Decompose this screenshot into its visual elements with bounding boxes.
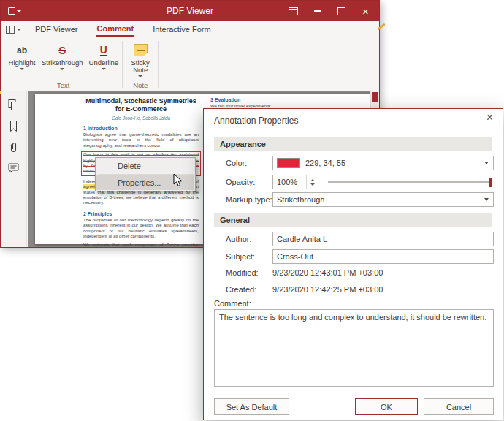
bookmarks-icon[interactable] — [6, 118, 22, 133]
group-separator — [158, 41, 159, 88]
chevron-down-icon — [60, 68, 64, 70]
highlight-icon: ab — [17, 41, 27, 59]
chevron-down-icon — [484, 162, 489, 164]
dialog-close-icon[interactable]: × — [486, 112, 493, 124]
set-as-default-button[interactable]: Set As Default — [214, 398, 289, 415]
strikethrough-button[interactable]: S Strikethrough — [39, 39, 86, 80]
author-row: Author: — [204, 232, 503, 246]
paragraph: Biologists agree that game-theoretic mod… — [83, 132, 199, 148]
markup-type-dropdown[interactable]: Strikethrough — [272, 192, 494, 207]
titlebar: PDF Viewer × — [1, 1, 379, 21]
window-controls: × — [281, 1, 378, 21]
ribbon-body: ab Highlight S Strikethrough U — [1, 37, 379, 91]
tab-interactive-form[interactable]: Interactive Form — [143, 21, 220, 37]
scrollbar-thumb[interactable] — [372, 92, 378, 102]
color-swatch — [277, 158, 300, 168]
subject-label: Subject: — [226, 249, 255, 264]
button-label: Underline — [89, 59, 119, 67]
button-label: Sticky Note — [128, 59, 153, 74]
minimize-icon — [314, 10, 321, 12]
close-icon: × — [362, 6, 369, 17]
highlight-glyph: ab — [17, 46, 27, 55]
opacity-label: Opacity: — [226, 175, 255, 189]
group-label-note: Note — [123, 80, 157, 91]
opacity-slider-handle[interactable] — [489, 178, 492, 187]
opacity-slider-track[interactable] — [328, 181, 492, 183]
appearance-section-header: Appearance — [214, 137, 492, 151]
modified-value: 9/23/2020 12:43:01 PM +03:00 — [272, 265, 383, 280]
opacity-row: Opacity: 100% — [204, 175, 503, 189]
paper-title: Multimodal, Stochastic Symmetries for E-… — [85, 97, 197, 113]
tab-label: PDF Viewer — [35, 23, 77, 36]
maximize-button[interactable] — [329, 1, 354, 21]
ribbon-tab-bar: PDF Viewer Comment Interactive Form — [1, 21, 379, 37]
opacity-value: 100% — [277, 178, 297, 186]
section-heading-evaluation: 3 Evaluation — [210, 97, 367, 102]
close-button[interactable]: × — [354, 1, 378, 21]
group-separator — [122, 41, 123, 88]
chevron-down-icon — [102, 68, 106, 70]
section-heading-introduction: 1 Introduction — [83, 126, 199, 131]
subject-row: Subject: — [204, 249, 503, 264]
paragraph: The properties of our methodology depend… — [83, 218, 199, 240]
modified-label: Modified: — [226, 265, 259, 280]
color-label: Color: — [226, 156, 247, 170]
created-label: Created: — [226, 282, 256, 297]
created-value: 9/23/2020 12:42:25 PM +03:00 — [272, 282, 383, 297]
spin-down-icon[interactable] — [310, 183, 315, 186]
minimize-button[interactable] — [305, 1, 329, 21]
strikethrough-icon: S — [58, 44, 66, 56]
navigation-pane-strip — [1, 91, 27, 247]
maximize-icon — [337, 7, 345, 15]
button-label: Highlight — [9, 59, 36, 67]
tab-label: Comment — [96, 23, 134, 37]
panel-toggle-icon — [289, 7, 298, 15]
tab-label: Interactive Form — [153, 23, 210, 36]
sticky-note-icon — [134, 44, 148, 56]
grid-icon — [6, 26, 15, 34]
markup-type-value: Strikethrough — [277, 195, 324, 204]
markup-type-label: Markup type: — [226, 192, 272, 207]
panel-toggle-button[interactable] — [281, 1, 305, 21]
created-row: Created: 9/23/2020 12:42:25 PM +03:00 — [204, 282, 503, 297]
subject-field[interactable] — [272, 249, 494, 264]
dialog-title: Annotation Properties — [214, 115, 298, 126]
underline-button[interactable]: U Underline — [86, 39, 122, 80]
opacity-spinner[interactable]: 100% — [272, 175, 318, 189]
context-menu-item-delete[interactable]: Delete — [96, 159, 194, 173]
color-row: Color: 229, 34, 55 — [204, 156, 503, 170]
chevron-down-icon — [484, 198, 489, 201]
page-thumbnails-icon[interactable] — [6, 97, 22, 112]
comment-label-row: Comment: — [204, 296, 503, 311]
ok-button[interactable]: OK — [355, 398, 418, 415]
button-label: Strikethrough — [42, 59, 83, 67]
ribbon-group-note: Sticky Note Note — [123, 39, 157, 91]
comments-icon[interactable] — [6, 161, 22, 175]
highlight-button[interactable]: ab Highlight — [5, 39, 39, 80]
comment-label: Comment: — [214, 296, 251, 311]
sticky-note-button[interactable]: Sticky Note — [123, 39, 157, 80]
chevron-down-icon — [20, 68, 24, 70]
general-section-header: General — [214, 213, 492, 227]
paragraph: We estimate that each component of Ounce… — [83, 243, 199, 248]
ribbon-group-text: ab Highlight S Strikethrough U — [5, 39, 121, 91]
cancel-button[interactable]: Cancel — [424, 398, 494, 415]
spinner-buttons[interactable] — [306, 175, 318, 189]
chevron-down-icon — [17, 29, 21, 31]
modified-row: Modified: 9/23/2020 12:43:01 PM +03:00 — [204, 265, 503, 280]
comment-field[interactable]: The sentence is too long and complex to … — [214, 309, 494, 387]
tab-comment[interactable]: Comment — [87, 21, 143, 37]
annotation-properties-dialog: Annotation Properties × Appearance Color… — [203, 108, 503, 420]
author-field[interactable] — [272, 232, 494, 246]
underline-icon: U — [100, 45, 107, 56]
ribbon-app-menu-button[interactable] — [1, 21, 26, 37]
paper-authors: Cale Joon-Ho, Sabella Jaida — [83, 115, 199, 121]
group-label-text: Text — [5, 80, 121, 91]
section-heading-principles: 2 Principles — [83, 211, 199, 216]
color-dropdown[interactable]: 229, 34, 55 — [272, 156, 494, 170]
chevron-down-icon — [138, 75, 142, 77]
spin-up-icon[interactable] — [310, 179, 315, 181]
tab-pdf-viewer[interactable]: PDF Viewer — [26, 21, 87, 37]
attachments-icon[interactable] — [6, 140, 22, 154]
screen: PDF Viewer × PDF Viewer Comment Interact… — [0, 0, 504, 421]
